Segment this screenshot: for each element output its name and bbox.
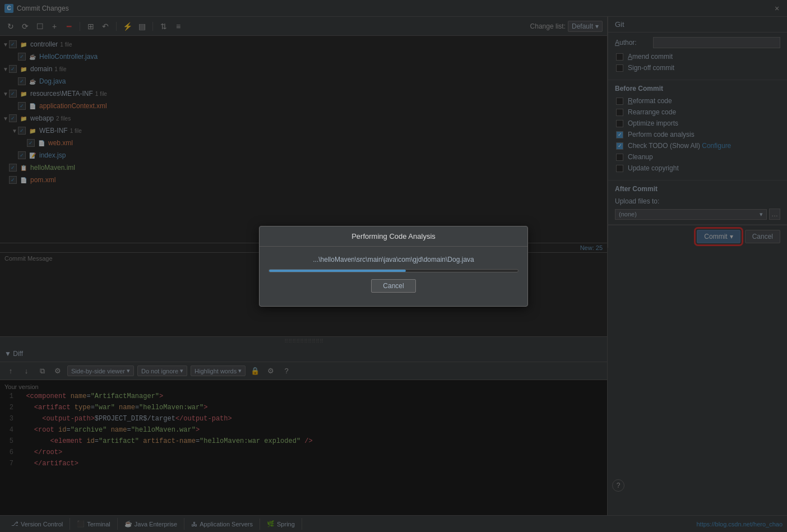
dialog-title: Performing Code Analysis: [260, 226, 527, 247]
progress-bar-container: [268, 269, 519, 272]
code-analysis-dialog: Performing Code Analysis ...\helloMaven\…: [259, 226, 528, 307]
dialog-actions: Cancel: [268, 279, 519, 297]
dialog-body: ...\helloMaven\src\main\java\com\gjd\dom…: [260, 247, 527, 306]
overlay: Performing Code Analysis ...\helloMaven\…: [0, 0, 787, 532]
progress-bar-fill: [269, 270, 406, 272]
dialog-filepath: ...\helloMaven\src\main\java\com\gjd\dom…: [268, 256, 519, 263]
dialog-cancel-button[interactable]: Cancel: [371, 279, 415, 293]
